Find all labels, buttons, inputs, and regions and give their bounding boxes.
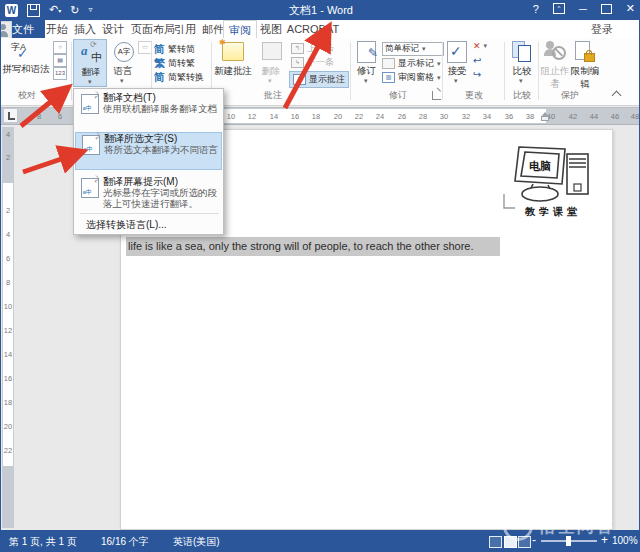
- translate-button[interactable]: a⟳中 翻译 ▾: [73, 39, 107, 87]
- compare-icon: [512, 41, 534, 61]
- minimize-icon[interactable]: ─: [579, 3, 587, 15]
- next-change-icon[interactable]: ↪: [473, 69, 481, 80]
- language-button[interactable]: A字 语言 ▾: [109, 39, 137, 87]
- menu-item-translate-selection[interactable]: 翻译所选文字(S) 将所选文本翻译为不同语言: [75, 132, 222, 170]
- zoom-level[interactable]: 100%: [612, 535, 638, 546]
- tracking-group-label: 修订: [389, 89, 407, 102]
- next-comment-button[interactable]: ↳ 下一条: [291, 56, 334, 69]
- right-indent-marker[interactable]: [541, 116, 549, 121]
- menu-item-translate-screentip[interactable]: 翻译屏幕提示(M) 光标悬停在字词或所选的段落上可快速进行翻译。: [76, 176, 221, 209]
- title-bar: W ↶▾ ↻ ▿ 文档1 - Word ? ^ ─ ✕: [1, 0, 640, 20]
- reject-icon: ✕: [473, 41, 481, 51]
- simp-trad-convert-button[interactable]: 简 简繁转换: [154, 70, 204, 85]
- logo-screen-text: 电脑: [529, 160, 551, 173]
- menu-item-translate-document[interactable]: 翻译文档(T) 使用联机翻译服务翻译文档: [76, 92, 221, 115]
- watermark-text: 悟空问答: [539, 515, 615, 538]
- language-indicator[interactable]: 英语(美国): [173, 535, 220, 549]
- track-changes-button[interactable]: 修订 ▾: [353, 39, 380, 87]
- sign-in-link[interactable]: 登录: [591, 22, 613, 37]
- tab-view[interactable]: 视图: [255, 20, 287, 38]
- delete-comment-button[interactable]: 删除 ▾: [254, 39, 288, 87]
- next-comment-icon: ↳: [291, 57, 304, 68]
- trad-char-icon: 繁: [154, 56, 165, 71]
- tab-review[interactable]: 审阅: [223, 20, 257, 38]
- protect-group-label: 保护: [561, 89, 579, 102]
- accept-icon: [447, 41, 467, 63]
- word-window: W ↶▾ ↻ ▿ 文档1 - Word ? ^ ─ ✕ 文件 开始 插入 设计 …: [0, 0, 640, 552]
- proofing-group-label: 校对: [18, 89, 36, 102]
- help-icon[interactable]: ?: [533, 3, 539, 15]
- maximize-icon[interactable]: [601, 4, 612, 14]
- convert-char-icon: 简: [154, 70, 165, 85]
- language-globe-icon: A字: [114, 42, 134, 62]
- watermark-logo-icon: [503, 511, 533, 541]
- show-markup-dropdown[interactable]: 显示标记▾: [382, 57, 441, 70]
- show-comments-button[interactable]: ≡ 显示批注: [289, 71, 349, 88]
- simp-char-icon: 简: [154, 42, 165, 57]
- restrict-editing-button[interactable]: 限制编辑: [570, 39, 600, 87]
- page-indicator[interactable]: 第 1 页, 共 1 页: [9, 535, 77, 549]
- compare-group-label: 比较: [513, 89, 531, 102]
- close-icon[interactable]: ✕: [626, 2, 635, 15]
- translate-document-icon: [81, 94, 99, 114]
- classroom-logo: 电脑 教学课堂: [501, 142, 605, 224]
- tab-acrobat[interactable]: ACROBAT: [285, 20, 341, 38]
- new-comment-button[interactable]: ✱ 新建批注: [214, 39, 252, 87]
- reviewing-pane-dropdown[interactable]: ▥ 审阅窗格▾: [382, 71, 441, 84]
- translate-icon: a⟳中: [81, 43, 105, 65]
- translate-selection-icon: [82, 135, 100, 155]
- simple-markup-dropdown[interactable]: 简单标记▾: [382, 42, 444, 56]
- accept-button[interactable]: 接受 ▾: [444, 39, 470, 87]
- thesaurus-icon[interactable]: ▤: [53, 54, 67, 67]
- translate-dropdown-caret: ▾: [88, 78, 92, 86]
- block-authors-button[interactable]: 阻止作者 ▾: [540, 39, 570, 87]
- restrict-editing-icon: [575, 41, 595, 62]
- ribbon-display-icon[interactable]: ^: [553, 3, 565, 14]
- word-count[interactable]: 16/16 个字: [101, 535, 149, 549]
- arrow-to-translate-selection: [23, 153, 79, 172]
- vertical-ruler[interactable]: 42246810121416182022: [2, 127, 14, 528]
- track-changes-icon: [357, 41, 376, 63]
- changes-group-label: 更改: [465, 89, 483, 102]
- previous-comment-icon: ↰: [291, 43, 304, 54]
- reject-button[interactable]: ✕▾: [473, 41, 487, 51]
- ribbon-tab-row: 文件 开始 插入 设计 页面布局 引用 邮件 审阅 视图 ACROBAT 登录: [1, 20, 640, 38]
- word-count-icon[interactable]: 123: [53, 67, 67, 80]
- translate-screentip-icon: [81, 178, 99, 198]
- reviewing-pane-icon: ▥: [382, 72, 395, 83]
- collapse-ribbon-icon[interactable]: [612, 91, 622, 101]
- trad-to-simp-button[interactable]: 简 繁转简: [154, 42, 195, 57]
- new-comment-icon: ✱: [222, 42, 244, 61]
- disabled-language-icon: ▭: [138, 41, 152, 54]
- tab-selector[interactable]: [3, 108, 18, 123]
- spelling-grammar-icon: 字A✓: [9, 41, 39, 63]
- selected-text[interactable]: life is like a sea, only the strong will…: [126, 237, 500, 256]
- simp-to-trad-button[interactable]: 繁 简转繁: [154, 56, 195, 71]
- previous-change-icon[interactable]: ↩: [473, 55, 481, 66]
- watermark: 悟空问答: [503, 511, 615, 541]
- logo-caption-text: 教学课堂: [524, 206, 581, 217]
- avatar[interactable]: [0, 21, 12, 39]
- compare-button[interactable]: 比较 ▾: [508, 39, 536, 87]
- show-markup-icon: [382, 58, 395, 69]
- menu-item-choose-language[interactable]: 选择转换语言(L)...: [86, 218, 167, 232]
- window-controls: ? ^ ─ ✕: [533, 2, 635, 15]
- research-icon[interactable]: ○: [53, 41, 67, 54]
- show-comments-icon: ≡: [293, 74, 306, 85]
- delete-comment-icon: [262, 42, 282, 60]
- comments-group-label: 批注: [264, 89, 282, 102]
- spelling-grammar-button[interactable]: 拼写和语法: [2, 63, 50, 76]
- read-mode-icon[interactable]: [489, 536, 502, 548]
- block-authors-icon: [544, 41, 566, 61]
- previous-comment-button[interactable]: ↰ 上一条: [291, 42, 334, 55]
- translate-menu: 翻译文档(T) 使用联机翻译服务翻译文档 翻译所选文字(S) 将所选文本翻译为不…: [73, 88, 224, 235]
- tracking-dialog-launcher[interactable]: [432, 91, 441, 100]
